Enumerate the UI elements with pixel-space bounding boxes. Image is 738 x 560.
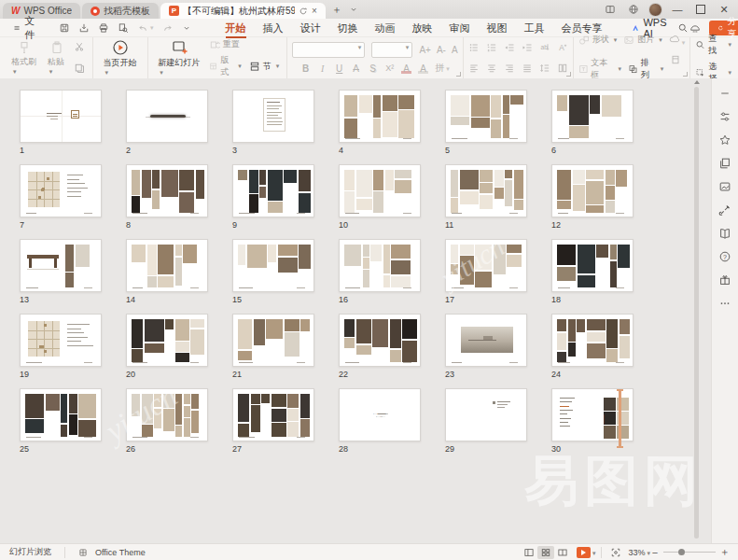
slide-thumbnail-8[interactable] [126, 164, 208, 217]
menu-tab-8[interactable]: 工具 [516, 20, 553, 36]
slide-thumbnail-6[interactable] [551, 90, 634, 143]
reset-button[interactable]: 重置 [209, 38, 280, 50]
slide-thumbnail-14[interactable] [126, 239, 208, 292]
menu-tab-0[interactable]: 开始 [217, 20, 255, 36]
maximize-button[interactable] [692, 2, 709, 17]
minimize-button[interactable]: — [669, 2, 686, 17]
print-button[interactable] [98, 22, 109, 34]
slide-layers-button[interactable] [717, 156, 732, 171]
tab-close-icon[interactable]: × [312, 6, 317, 16]
slide-thumbnail-7[interactable] [20, 164, 102, 217]
redo-button[interactable] [162, 22, 174, 34]
gift-button[interactable] [717, 273, 732, 287]
menu-tab-1[interactable]: 插入 [255, 20, 292, 36]
more-options-button[interactable] [717, 296, 732, 311]
menu-tab-2[interactable]: 设计 [292, 20, 329, 36]
phonetic-button[interactable]: 拼 [435, 62, 450, 75]
scrollbar-thumb[interactable] [694, 87, 699, 539]
slide-sorter-canvas[interactable]: 1234567891011121314151617181920212223242… [0, 78, 711, 544]
columns-button[interactable] [557, 61, 568, 77]
strikethrough-button[interactable]: A [351, 63, 361, 74]
slide-thumbnail-1[interactable] [20, 90, 102, 143]
underline-button[interactable]: U [334, 63, 344, 74]
zoom-in-button[interactable]: ＋ [719, 545, 729, 559]
highlight-color-button[interactable]: A [418, 63, 428, 74]
zoom-slider[interactable] [663, 552, 716, 553]
notebook-button[interactable] [717, 226, 732, 241]
slide-thumbnail-18[interactable] [551, 239, 634, 292]
properties-sliders-button[interactable] [717, 109, 732, 124]
slide-thumbnail-16[interactable] [339, 239, 421, 292]
normal-view-button[interactable] [521, 546, 537, 559]
italic-button[interactable]: I [317, 63, 327, 74]
character-effect-button[interactable] [557, 40, 568, 57]
font-name-select[interactable] [292, 42, 365, 58]
picture-button[interactable]: 图片 [623, 34, 662, 46]
reading-view-button[interactable] [554, 546, 571, 559]
slide-thumbnail-4[interactable] [339, 90, 421, 143]
decrease-indent-button[interactable] [504, 40, 515, 57]
bold-button[interactable]: B [300, 63, 311, 74]
scroll-up-arrow[interactable] [694, 80, 700, 84]
tab-list-button[interactable] [346, 2, 361, 17]
decrease-font-button[interactable]: A- [437, 45, 446, 55]
numbering-button[interactable] [486, 40, 497, 57]
format-painter-button[interactable]: 格式刷 [7, 40, 43, 77]
font-size-select[interactable] [371, 42, 412, 58]
slide-thumbnail-27[interactable] [232, 388, 314, 441]
fit-to-window-button[interactable] [607, 546, 624, 559]
layout-button[interactable]: 版式 [209, 54, 242, 78]
slide-thumbnail-20[interactable] [126, 314, 208, 367]
play-options-caret[interactable] [591, 548, 596, 557]
play-slideshow-button[interactable] [577, 547, 591, 558]
section-button[interactable]: 节 [249, 61, 280, 73]
bullets-button[interactable] [468, 40, 480, 57]
find-button[interactable]: 查找 [695, 33, 731, 57]
slide-thumbnail-28[interactable]: 易 [339, 388, 421, 441]
menu-tab-7[interactable]: 视图 [479, 20, 516, 36]
menu-tab-3[interactable]: 切换 [329, 20, 367, 36]
slide-thumbnail-26[interactable] [126, 388, 208, 441]
split-view-button[interactable] [602, 2, 619, 17]
textbox-button[interactable]: 文本框 [578, 57, 622, 81]
menu-tab-4[interactable]: 动画 [367, 20, 404, 36]
slide-thumbnail-25[interactable] [20, 388, 102, 441]
increase-font-button[interactable]: A+ [419, 45, 431, 55]
export-button[interactable] [78, 22, 90, 34]
slide-thumbnail-21[interactable] [232, 314, 314, 367]
slide-thumbnail-10[interactable] [339, 164, 421, 217]
slide-thumbnail-29[interactable] [445, 388, 527, 441]
print-preview-button[interactable] [118, 22, 129, 34]
slide-sorter-view-button[interactable] [537, 546, 554, 559]
slide-thumbnail-3[interactable] [232, 90, 314, 143]
user-avatar[interactable] [648, 3, 662, 17]
slide-thumbnail-11[interactable] [445, 164, 527, 217]
qat-expand-button[interactable] [182, 23, 191, 33]
undo-button[interactable] [137, 22, 154, 34]
shapes-button[interactable]: 形状 [578, 34, 618, 46]
align-center-button[interactable] [486, 61, 497, 77]
slide-thumbnail-17[interactable] [445, 239, 527, 292]
clear-format-button[interactable]: A [452, 45, 458, 55]
align-justify-button[interactable] [522, 61, 533, 77]
increase-indent-button[interactable] [522, 40, 533, 57]
slide-thumbnail-12[interactable] [551, 164, 634, 217]
cut-button[interactable] [74, 39, 85, 56]
menu-tab-6[interactable]: 审阅 [441, 20, 479, 36]
text-direction-button[interactable] [539, 40, 550, 57]
collapse-pane-button[interactable] [717, 86, 732, 101]
resource-gallery-button[interactable] [717, 179, 732, 194]
slide-thumbnail-23[interactable] [445, 314, 527, 367]
paste-button[interactable]: 粘贴 [43, 40, 72, 77]
line-spacing-button[interactable] [539, 61, 550, 77]
tools-button[interactable] [717, 203, 732, 217]
zoom-level-label[interactable]: 33% [628, 548, 645, 557]
cloud-insert-button[interactable] [669, 32, 686, 49]
slide-thumbnail-2[interactable] [126, 90, 208, 143]
slide-thumbnail-9[interactable] [232, 164, 314, 217]
new-tab-button[interactable]: ＋ [329, 2, 344, 17]
zoom-slider-handle[interactable] [678, 549, 685, 555]
align-left-button[interactable] [468, 61, 480, 77]
align-right-button[interactable] [504, 61, 515, 77]
arrange-button[interactable]: 排列 [628, 57, 663, 81]
